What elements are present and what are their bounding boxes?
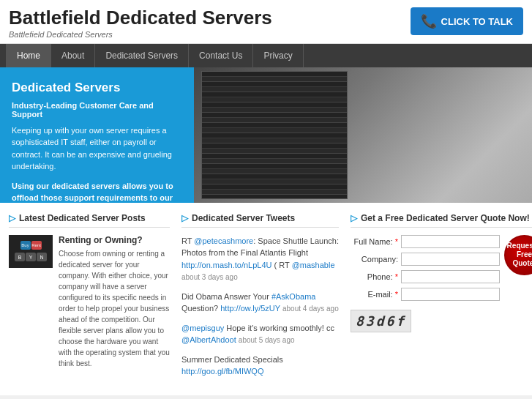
post-content: Renting or Owning? Choose from owning or… bbox=[59, 235, 170, 369]
request-quote-button[interactable]: Request a Free Quote! bbox=[504, 235, 532, 275]
hero-image-panel bbox=[194, 67, 532, 203]
tweets-title-label: Dedicated Server Tweets bbox=[192, 213, 295, 223]
click-to-talk-label: CLICK TO TALK bbox=[441, 16, 513, 27]
input-company[interactable] bbox=[401, 253, 500, 266]
arrow-icon-quote: ▷ bbox=[351, 213, 357, 223]
tweet-4: Summer Dedicated Specials http://goo.gl/… bbox=[181, 354, 339, 378]
form-row-fullname: Full Name: * bbox=[351, 235, 500, 248]
main-nav: Home About Dedicated Servers Contact Us … bbox=[0, 44, 532, 67]
hero-text-panel: Dedicated Servers Industry-Leading Custo… bbox=[0, 67, 194, 203]
captcha-area: 83d6f bbox=[351, 305, 500, 332]
key-y: Y bbox=[26, 253, 36, 261]
posts-column: ▷ Latest Dedicated Server Posts Buy Rent… bbox=[9, 213, 170, 385]
hero-bold-text: Using our dedicated servers allows you t… bbox=[12, 180, 182, 217]
post-thumbnail: Buy Rent B Y N bbox=[9, 235, 53, 268]
quote-fields: Full Name: * Company: Phone: * E-mail: *… bbox=[351, 235, 500, 332]
phone-icon: 📞 bbox=[421, 13, 437, 29]
tweet-3: @mepisguy Hope it's working smoothly! cc… bbox=[181, 322, 339, 346]
input-email[interactable] bbox=[401, 288, 500, 301]
key-buy: Buy bbox=[20, 241, 31, 250]
main-content: ▷ Latest Dedicated Server Posts Buy Rent… bbox=[0, 203, 532, 395]
input-phone[interactable] bbox=[401, 270, 500, 283]
tweet-2-link[interactable]: http://ow.ly/5zUY bbox=[220, 304, 280, 313]
hero-title: Dedicated Servers bbox=[12, 81, 182, 95]
tweet-2-hashtag[interactable]: #AskObama bbox=[271, 292, 316, 301]
label-company: Company: bbox=[351, 255, 398, 264]
input-fullname[interactable] bbox=[401, 235, 500, 248]
page-header: Battlefield Dedicated Servers Battlefiel… bbox=[0, 0, 532, 44]
tweets-column-title: ▷ Dedicated Server Tweets bbox=[181, 213, 339, 228]
quote-title-label: Get a Free Dedicated Server Quote Now! bbox=[361, 213, 530, 223]
tweet-1-mashable[interactable]: @mashable bbox=[292, 261, 335, 269]
form-row-company: Company: bbox=[351, 253, 500, 266]
tweets-column: ▷ Dedicated Server Tweets RT @petecashmo… bbox=[181, 213, 339, 385]
header-branding: Battlefield Dedicated Servers Battlefiel… bbox=[9, 7, 272, 39]
nav-privacy[interactable]: Privacy bbox=[253, 44, 303, 67]
tweet-1-link[interactable]: http://on.mash.to/nLpL4U bbox=[181, 261, 272, 269]
tweet-4-link[interactable]: http://goo.gl/fb/MIWQQ bbox=[181, 367, 264, 376]
site-subtitle: Battlefield Dedicated Servers bbox=[9, 30, 272, 39]
tweet-1-handle[interactable]: @petecashmore bbox=[194, 236, 253, 245]
hero-background bbox=[194, 67, 532, 203]
post-title: Renting or Owning? bbox=[59, 235, 170, 245]
quote-form-container: Full Name: * Company: Phone: * E-mail: *… bbox=[351, 235, 532, 332]
tweet-2-time: about 4 days ago bbox=[282, 305, 339, 313]
tweet-3-time: about 5 days ago bbox=[239, 336, 295, 344]
nav-about[interactable]: About bbox=[51, 44, 95, 67]
captcha-image: 83d6f bbox=[351, 310, 411, 332]
label-phone: Phone: * bbox=[351, 272, 398, 281]
tweet-1-time: about 3 days ago bbox=[181, 273, 238, 281]
hero-body: Keeping up with your own server requires… bbox=[12, 124, 182, 173]
quote-column-title: ▷ Get a Free Dedicated Server Quote Now! bbox=[351, 213, 532, 228]
label-fullname: Full Name: * bbox=[351, 237, 398, 246]
nav-home[interactable]: Home bbox=[6, 44, 51, 67]
key-rent: Rent bbox=[31, 241, 42, 250]
site-title: Battlefield Dedicated Servers bbox=[9, 7, 272, 29]
nav-contact[interactable]: Contact Us bbox=[189, 44, 253, 67]
click-to-talk-button[interactable]: 📞 CLICK TO TALK bbox=[411, 7, 523, 35]
label-email: E-mail: * bbox=[351, 290, 398, 299]
post-body: Choose from owning or renting a dedicate… bbox=[59, 248, 170, 369]
key-b: B bbox=[15, 253, 25, 261]
hero-subtitle: Industry-Leading Customer Care and Suppo… bbox=[12, 101, 182, 119]
nav-dedicated-servers[interactable]: Dedicated Servers bbox=[95, 44, 189, 67]
quote-column: ▷ Get a Free Dedicated Server Quote Now!… bbox=[351, 213, 532, 385]
arrow-icon-tweets: ▷ bbox=[181, 213, 188, 223]
form-row-email: E-mail: * bbox=[351, 288, 500, 301]
form-row-phone: Phone: * bbox=[351, 270, 500, 283]
arrow-icon: ▷ bbox=[9, 213, 15, 223]
tweet-1: RT @petecashmore: Space Shuttle Launch: … bbox=[181, 235, 339, 283]
hero-section: Dedicated Servers Industry-Leading Custo… bbox=[0, 67, 532, 203]
tweet-3-handle[interactable]: @mepisguy bbox=[181, 324, 224, 332]
tweet-3-handle2[interactable]: @AlbertAhdoot bbox=[181, 335, 236, 344]
server-rack-image bbox=[201, 71, 348, 199]
post-item: Buy Rent B Y N Renting or Owning? Choose… bbox=[9, 235, 170, 369]
tweet-2: Did Obama Answer Your #AskObama Question… bbox=[181, 291, 339, 315]
posts-column-title: ▷ Latest Dedicated Server Posts bbox=[9, 213, 170, 228]
posts-title-label: Latest Dedicated Server Posts bbox=[19, 213, 146, 223]
key-n: N bbox=[37, 253, 47, 261]
